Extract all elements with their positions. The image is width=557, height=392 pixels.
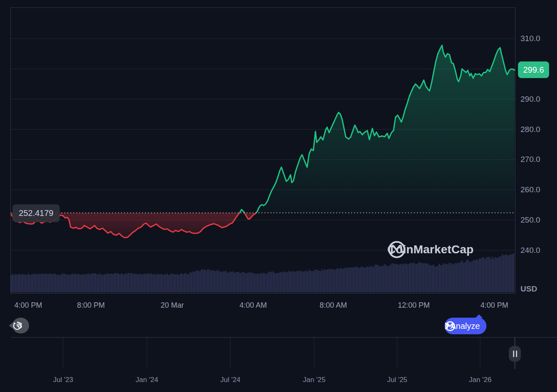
history-badge[interactable]: 8	[12, 318, 29, 333]
analyze-button[interactable]: Analyze	[445, 318, 486, 334]
navigator-axis-label: Jul '23	[53, 376, 73, 384]
chevron-right-icon	[445, 322, 450, 330]
y-axis-label: 270.0	[520, 155, 550, 164]
navigator-axis-label: Jan '24	[136, 376, 158, 384]
handle-grip-bar	[516, 350, 517, 357]
y-axis-label: 310.0	[520, 34, 550, 43]
x-axis-label: 4:00 PM	[14, 301, 42, 310]
y-axis-label: 250.0	[520, 216, 550, 225]
navigator-resize-handle[interactable]	[509, 346, 521, 362]
x-axis-label: 8:00 PM	[77, 301, 105, 310]
y-axis-label: 280.0	[520, 125, 550, 134]
navigator-axis-label: Jul '25	[387, 376, 408, 384]
x-axis-label: 20 Mar	[161, 301, 184, 310]
navigator-axis-label: Jan '26	[469, 376, 491, 384]
x-axis-label: 4:00 AM	[239, 301, 267, 310]
coinmarketcap-logo-icon	[387, 240, 406, 259]
price-chart-widget: CoinMarketCap 252.4179 299.6 USD 310.029…	[0, 0, 557, 392]
coinmarketcap-watermark: CoinMarketCap	[387, 243, 474, 256]
navigator-axis-label: Jan '25	[303, 376, 325, 384]
x-axis-label: 4:00 PM	[480, 301, 508, 310]
handle-grip-bar	[513, 350, 514, 357]
current-price-badge: 299.6	[518, 61, 549, 78]
baseline-price-label: 252.4179	[12, 204, 60, 222]
y-axis-label: 260.0	[520, 185, 550, 194]
currency-label: USD	[520, 284, 550, 294]
y-axis-label: 240.0	[520, 246, 550, 255]
range-navigator-canvas[interactable]	[0, 335, 557, 372]
history-clock-icon	[12, 321, 22, 331]
y-axis-label: 290.0	[520, 95, 550, 104]
x-axis-label: 12:00 PM	[398, 301, 430, 310]
navigator-axis-label: Jul '24	[220, 376, 241, 384]
x-axis-label: 8:00 AM	[320, 301, 347, 310]
